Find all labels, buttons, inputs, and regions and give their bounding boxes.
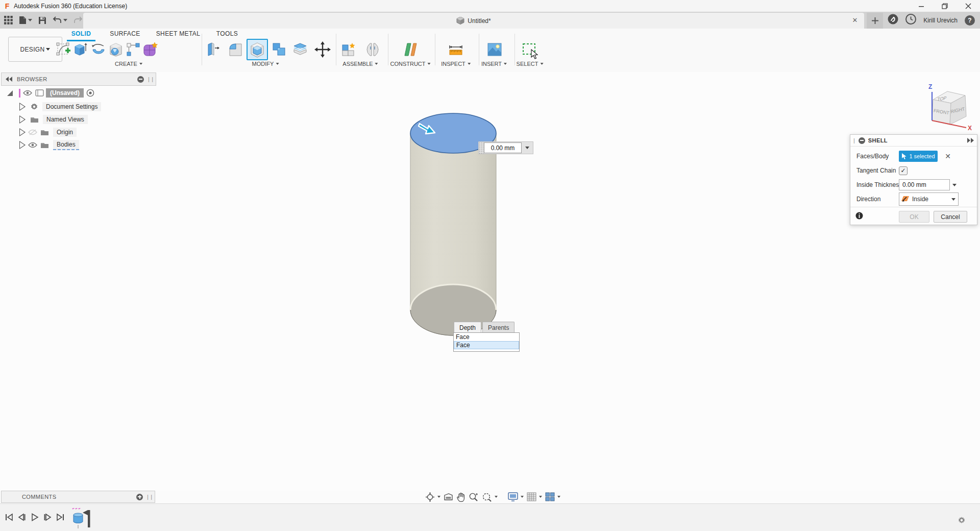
comments-grip[interactable]: | | <box>147 494 153 500</box>
create-form-button[interactable] <box>140 39 161 60</box>
viewports-button[interactable] <box>545 492 560 501</box>
step-forward-button[interactable] <box>43 513 52 521</box>
move-copy-button[interactable] <box>312 39 333 60</box>
tab-sheet-metal[interactable]: SHEET METAL <box>155 30 202 39</box>
expand-dialog-icon[interactable] <box>967 138 974 143</box>
tree-item-label[interactable]: Origin <box>53 128 77 137</box>
create-group-label[interactable]: CREATE <box>115 61 142 67</box>
browser-root-row[interactable]: (Unsaved) <box>7 87 94 99</box>
expand-closed-icon[interactable] <box>20 142 25 148</box>
grid-snap-button[interactable] <box>527 492 542 501</box>
job-status-button[interactable] <box>888 14 898 27</box>
visibility-eye-icon[interactable] <box>23 90 32 96</box>
joint-button[interactable] <box>362 39 383 60</box>
construct-plane-button[interactable] <box>400 39 422 60</box>
app-menu-button[interactable] <box>2 14 15 27</box>
construct-group-label[interactable]: CONSTRUCT <box>390 61 430 67</box>
selection-count: 1 selected <box>909 153 935 159</box>
expand-closed-icon[interactable] <box>20 104 25 110</box>
tangent-chain-checkbox[interactable]: ✓ <box>899 166 908 175</box>
pan-button[interactable] <box>456 492 465 502</box>
inside-thickness-dropdown-button[interactable] <box>950 184 957 186</box>
press-pull-button[interactable] <box>202 39 224 60</box>
notifications-button[interactable] <box>905 14 916 27</box>
browser-item-named-views[interactable]: Named Views <box>20 113 88 126</box>
selection-candidate-row-highlighted[interactable]: Face <box>454 341 519 349</box>
browser-item-bodies[interactable]: Bodies <box>20 139 79 151</box>
zoom-button[interactable] <box>469 492 479 502</box>
shell-button[interactable] <box>247 39 268 60</box>
ok-button[interactable]: OK <box>899 211 929 223</box>
selection-candidate-row[interactable]: Face <box>454 333 519 341</box>
look-at-button[interactable] <box>444 493 453 501</box>
browser-grip[interactable]: | | <box>148 76 154 82</box>
undo-button[interactable] <box>51 14 69 27</box>
shell-dialog-header[interactable]: | SHELL <box>850 135 977 147</box>
tab-surface[interactable]: SURFACE <box>109 30 141 39</box>
insert-group-label[interactable]: INSERT <box>481 61 507 67</box>
view-cube[interactable]: TOP FRONT RIGHT Z X <box>916 77 975 130</box>
tab-tools[interactable]: TOOLS <box>212 30 242 39</box>
user-name[interactable]: Kirill Urevich <box>923 17 958 24</box>
tree-item-label[interactable]: Document Settings <box>42 102 101 111</box>
minimize-button[interactable] <box>910 0 933 12</box>
faces-body-selection-button[interactable]: 1 selected <box>899 151 938 162</box>
save-button[interactable] <box>36 14 48 27</box>
new-component-button[interactable] <box>338 39 359 60</box>
drag-handle[interactable] <box>479 142 484 154</box>
activate-radio-icon[interactable] <box>86 89 94 97</box>
browser-item-origin[interactable]: Origin <box>20 126 77 138</box>
file-menu-button[interactable] <box>17 14 34 27</box>
play-button[interactable] <box>31 513 39 521</box>
zoom-window-button[interactable] <box>482 492 498 502</box>
info-icon[interactable] <box>855 212 863 220</box>
modify-group-label[interactable]: MODIFY <box>252 61 279 67</box>
browser-display-toggle-icon[interactable] <box>137 76 144 83</box>
visibility-eye-icon[interactable] <box>28 142 37 148</box>
tree-item-label[interactable]: Bodies <box>53 140 79 150</box>
step-back-button[interactable] <box>18 513 26 521</box>
cylinder-body[interactable] <box>388 102 521 347</box>
direction-dropdown[interactable]: Inside <box>899 192 959 206</box>
dialog-grip[interactable]: | <box>853 137 855 143</box>
expand-closed-icon[interactable] <box>20 129 25 135</box>
timeline-bar <box>0 503 980 531</box>
help-button[interactable]: ? <box>965 15 975 26</box>
timeline-marker[interactable] <box>83 510 90 527</box>
select-group-label[interactable]: SELECT <box>517 61 544 67</box>
restore-button[interactable] <box>933 0 957 12</box>
fillet-button[interactable] <box>225 39 246 60</box>
collapse-browser-icon[interactable] <box>6 77 13 82</box>
insert-canvas-button[interactable] <box>484 39 505 60</box>
assemble-group-label[interactable]: ASSEMBLE <box>342 61 378 67</box>
visibility-off-eye-icon[interactable] <box>28 129 37 135</box>
root-document-label[interactable]: (Unsaved) <box>46 88 84 98</box>
close-button[interactable] <box>957 0 980 12</box>
popup-tab-depth[interactable]: Depth <box>454 322 481 333</box>
expand-open-icon[interactable] <box>7 90 13 96</box>
orbit-button[interactable] <box>425 492 440 502</box>
add-comment-icon[interactable] <box>136 494 143 500</box>
tab-close-button[interactable]: ✕ <box>851 16 859 25</box>
inspect-group-label[interactable]: INSPECT <box>441 61 471 67</box>
inside-thickness-input[interactable]: 0.00 mm <box>899 179 950 190</box>
clear-selection-button[interactable]: ✕ <box>943 152 952 160</box>
document-tab[interactable]: Untitled* ✕ <box>83 13 864 29</box>
expand-closed-icon[interactable] <box>20 116 25 123</box>
popup-tab-parents[interactable]: Parents <box>482 322 514 333</box>
dimension-dropdown-button[interactable] <box>522 147 531 149</box>
display-settings-button[interactable] <box>508 492 524 501</box>
cylinder-feature-button[interactable] <box>74 513 83 523</box>
measure-button[interactable] <box>445 39 467 60</box>
browser-item-document-settings[interactable]: Document Settings <box>20 101 101 113</box>
timeline-settings-gear-button[interactable] <box>958 516 966 524</box>
tree-item-label[interactable]: Named Views <box>43 115 88 124</box>
new-tab-button[interactable] <box>867 13 883 29</box>
go-to-start-button[interactable] <box>5 513 13 521</box>
comments-panel[interactable]: COMMENTS | | <box>1 491 155 503</box>
split-body-button[interactable] <box>289 39 311 60</box>
go-to-end-button[interactable] <box>56 513 64 521</box>
combine-button[interactable] <box>268 39 290 60</box>
thickness-dimension-input[interactable]: 0.00 mm <box>484 142 522 153</box>
cancel-button[interactable]: Cancel <box>934 211 967 223</box>
